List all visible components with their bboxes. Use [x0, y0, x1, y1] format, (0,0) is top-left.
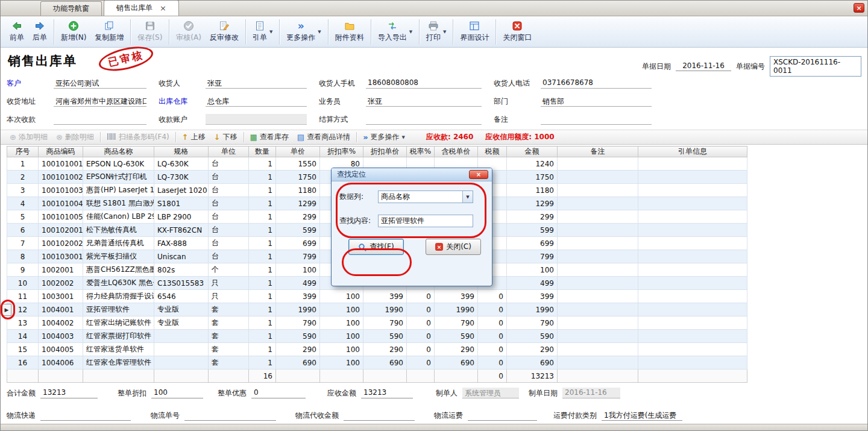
chevrons-icon: »	[363, 133, 368, 141]
department-field[interactable]: 销售部	[541, 96, 652, 107]
doc-date-value[interactable]: 2016-11-16	[676, 61, 731, 71]
column-header[interactable]: 折扣率%	[320, 146, 363, 157]
remark-field[interactable]	[541, 114, 652, 125]
column-header[interactable]: 税率%	[407, 146, 435, 157]
move-up-button[interactable]: ↑上移	[178, 132, 210, 142]
table-cell: 100	[507, 263, 558, 277]
table-cell: 台	[209, 184, 249, 197]
view-stock-button[interactable]: ▦查看库存	[246, 132, 293, 142]
table-row[interactable]: 121004001亚拓管理软件专业版套119901001990019900199…	[7, 303, 747, 316]
table-row[interactable]: 151004005红管家送货单软件套129010029002900290	[7, 343, 747, 356]
table-row[interactable]: 111003001得力经典防滑握手设计圆6546只139910039903990…	[7, 290, 747, 303]
detail-more-actions-button[interactable]: »更多操作▼	[359, 132, 409, 142]
table-cell: 1180	[276, 184, 320, 197]
customer-field[interactable]: 亚拓公司测试	[54, 78, 146, 89]
column-header[interactable]: 商品名称	[83, 146, 154, 157]
table-cell: 个	[209, 263, 249, 277]
order-rebate-field[interactable]: 0	[251, 388, 306, 398]
search-content-label: 查找内容:	[339, 216, 378, 226]
table-row[interactable]: 141004003红管家票据打印软件套159010059005900590	[7, 330, 747, 343]
table-cell: 100	[320, 330, 363, 343]
chevron-down-icon[interactable]: ▼	[443, 30, 446, 34]
table-cell: 690	[363, 356, 407, 370]
tab-function-nav[interactable]: 功能导航窗	[40, 1, 102, 16]
salesman-field[interactable]: 张亚	[366, 96, 482, 107]
print-button[interactable]: 打印▼	[422, 19, 450, 45]
data-column-select[interactable]: 商品名称 ▼	[378, 190, 473, 203]
column-header[interactable]: 备注	[558, 146, 638, 157]
column-header[interactable]: 序号	[7, 146, 39, 157]
table-cell: 兄弟普通纸传真机	[83, 237, 154, 250]
new-button[interactable]: 新增(N)	[57, 19, 90, 45]
consignee-mobile-field[interactable]: 18608080808	[366, 78, 482, 89]
column-header[interactable]: 数量	[249, 146, 276, 157]
next-doc-button[interactable]: 后单	[28, 19, 51, 45]
search-content-input[interactable]	[378, 215, 473, 227]
table-cell: 1	[249, 303, 276, 316]
column-header[interactable]: 折扣单价	[363, 146, 407, 157]
window-close-button[interactable]: ×	[854, 3, 864, 13]
column-header[interactable]: 规格	[154, 146, 209, 157]
table-row[interactable]: 131004002红管家出纳记账软件专业版套179010079007900790	[7, 316, 747, 330]
consignee-phone-field[interactable]: 03716678678	[541, 78, 652, 89]
column-header[interactable]: 单位	[209, 146, 249, 157]
ref-doc-button[interactable]: 引单▼	[248, 19, 277, 45]
table-cell: 红管家仓库管理软件	[83, 356, 154, 370]
more-actions-button[interactable]: »更多操作▼	[282, 19, 325, 45]
table-row[interactable]: 161004006红管家仓库管理软件套169010069006900690	[7, 356, 747, 370]
dialog-close-action-button[interactable]: × 关闭(C)	[426, 239, 481, 255]
doc-no-value[interactable]: XSCKD-20161116-0011	[770, 56, 861, 77]
address-field[interactable]: 河南省郑州市中原区建设路口	[54, 96, 146, 107]
find-button[interactable]: 查找(F)	[348, 239, 404, 255]
table-cell: 爱普生LQ630K 黑色色带	[83, 277, 154, 290]
column-header[interactable]: 金额	[507, 146, 558, 157]
table-cell: LQ-630K	[154, 157, 209, 171]
column-header[interactable]: 商品编码	[39, 146, 83, 157]
freight-pay-type-field[interactable]: 1我方付运费(生成运费	[602, 410, 682, 421]
tab-close-icon[interactable]: ×	[160, 4, 166, 12]
warehouse-field[interactable]: 总仓库	[206, 96, 307, 107]
copy-new-button[interactable]: 复制新增	[90, 19, 128, 45]
move-down-button[interactable]: ↓下移	[210, 132, 242, 142]
close-icon	[511, 20, 523, 31]
table-cell	[558, 224, 638, 237]
combo-dropdown-icon[interactable]: ▼	[462, 191, 473, 203]
ui-design-button[interactable]: 界面设计	[456, 19, 493, 45]
table-cell	[7, 370, 39, 383]
attachments-button[interactable]: 附件资料	[331, 19, 368, 45]
customer-label[interactable]: 客户	[7, 78, 54, 89]
table-cell: 590	[435, 330, 478, 343]
import-export-button[interactable]: 导入导出▼	[374, 19, 417, 45]
dialog-titlebar[interactable]: 查找定位 ×	[332, 168, 492, 181]
settlement-field[interactable]	[366, 114, 482, 125]
unaudit-modify-button[interactable]: 反审修改	[206, 19, 243, 45]
dialog-title: 查找定位	[337, 169, 366, 180]
table-cell	[154, 330, 209, 343]
close-window-button[interactable]: 关闭窗口	[498, 19, 536, 45]
column-header[interactable]: 单价	[276, 146, 320, 157]
tab-sales-outbound[interactable]: 销售出库单 ×	[104, 0, 179, 16]
chevron-down-icon[interactable]: ▼	[318, 30, 321, 34]
table-cell: S1801	[154, 197, 209, 210]
table-cell: 299	[507, 210, 558, 224]
logistics-cod-field[interactable]	[344, 410, 415, 421]
save-button: 保存(S)	[133, 19, 166, 45]
column-header[interactable]: 引单信息	[638, 146, 747, 157]
payment-field[interactable]	[54, 114, 146, 125]
column-header[interactable]: 含税单价	[435, 146, 478, 157]
view-product-detail-button[interactable]: ▤查看商品详情	[293, 132, 354, 142]
table-cell: 590	[363, 330, 407, 343]
chevron-down-icon[interactable]: ▼	[269, 30, 272, 34]
table-cell: 1002001	[39, 263, 83, 277]
table-cell	[558, 356, 638, 370]
dialog-close-button[interactable]: ×	[469, 170, 488, 179]
logistics-freight-field[interactable]	[468, 410, 537, 421]
chevron-down-icon[interactable]: ▼	[409, 30, 412, 34]
column-header[interactable]: 税额	[478, 146, 507, 157]
warehouse-label[interactable]: 出库仓库	[159, 96, 206, 107]
order-discount-field[interactable]: 100	[151, 388, 203, 398]
prev-doc-button[interactable]: 前单	[5, 19, 28, 45]
logistics-courier-field[interactable]	[40, 410, 131, 421]
consignee-field[interactable]: 张亚	[206, 78, 307, 89]
logistics-no-field[interactable]	[184, 410, 276, 421]
